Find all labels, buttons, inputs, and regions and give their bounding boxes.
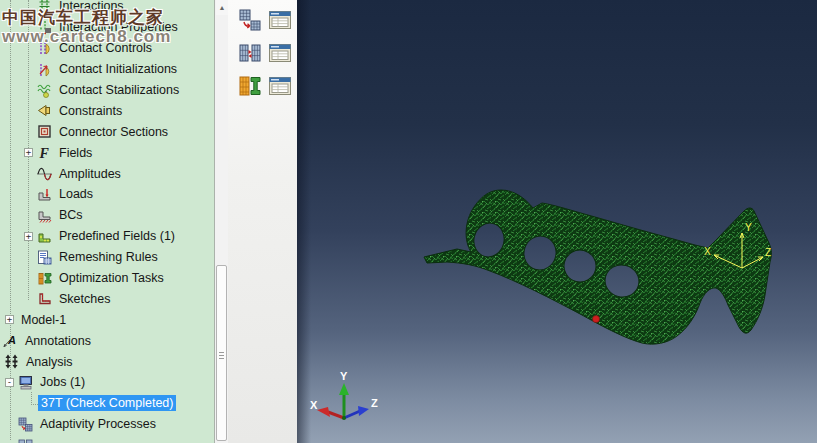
tree-item-label: Annotations — [22, 333, 94, 349]
tree-scrollbar[interactable]: ▲ — [214, 0, 228, 443]
annotations-icon: A — [3, 333, 18, 348]
tree-item-label: BCs — [56, 207, 86, 223]
loads-icon — [37, 187, 52, 202]
view-axis-z-label: Z — [371, 397, 378, 409]
tb-manager-icon — [267, 74, 293, 98]
create-co-execution-button[interactable] — [237, 40, 263, 66]
tree-item-contact-stabilizations[interactable]: Contact Stabilizations — [0, 80, 214, 101]
view-triad — [317, 383, 369, 420]
fields-icon: F — [37, 145, 52, 160]
tree-item-label: Interaction Properties — [56, 19, 181, 35]
viewport[interactable]: Y X Z Y X Z — [297, 0, 817, 443]
tree-item-label: Model-1 — [18, 312, 69, 328]
tree-item-label: Connector Sections — [56, 124, 171, 140]
tree-item-interactions[interactable]: Interactions — [0, 0, 214, 17]
contact-initializations-icon — [37, 62, 52, 77]
expand-slot: + — [24, 148, 37, 157]
co-executions-icon — [18, 438, 33, 443]
interaction-properties-icon — [37, 20, 52, 35]
optimization-process-manager-button[interactable] — [267, 73, 293, 99]
tree-item-fields[interactable]: +FFields — [0, 142, 214, 163]
tree-item-connector-sections[interactable]: Connector Sections — [0, 121, 214, 142]
scrollbar-grip — [219, 352, 224, 361]
tree-item-optimization-tasks[interactable]: Optimization Tasks — [0, 268, 214, 289]
contact-stabilizations-icon — [37, 83, 52, 98]
tree-item-sketches[interactable]: Sketches — [0, 288, 214, 309]
expand-icon[interactable]: + — [24, 232, 33, 241]
part-axis-x-label: X — [704, 246, 711, 257]
tree-item-analysis[interactable]: Analysis — [0, 351, 214, 372]
analysis-icon — [4, 354, 19, 369]
scroll-up-icon[interactable]: ▲ — [216, 0, 228, 15]
tree-item-label: Contact Stabilizations — [56, 82, 182, 98]
tree-item-label: Contact Initializations — [56, 61, 180, 77]
red-node-marker — [593, 316, 600, 323]
tree-item-contact-initializations[interactable]: Contact Initializations — [0, 59, 214, 80]
expand-slot: + — [24, 232, 37, 241]
tb-manager-icon — [267, 8, 293, 32]
tree-item-constraints[interactable]: Constraints — [0, 100, 214, 121]
model-tree-panel: InteractionsInteraction PropertiesContac… — [0, 0, 214, 443]
tb-manager-icon — [267, 41, 293, 65]
part-axis-y-label: Y — [745, 222, 752, 233]
tree-item-interaction-properties[interactable]: Interaction Properties — [0, 17, 214, 38]
create-optimization-process-button[interactable] — [237, 73, 263, 99]
jobs-icon — [18, 375, 33, 390]
tree-item-label: Sketches — [56, 291, 113, 307]
tree-item-label: Fields — [56, 145, 95, 161]
constraints-icon — [37, 103, 52, 118]
tree-item-label: Constraints — [56, 103, 125, 119]
tree-item-37t-check-completed[interactable]: 37T (Check Completed) — [0, 393, 214, 414]
tree-item-model-1[interactable]: +Model-1 — [0, 309, 214, 330]
interactions-icon — [37, 0, 52, 14]
sketches-icon — [37, 291, 52, 306]
tree-item-jobs-1[interactable]: -Jobs (1) — [0, 372, 214, 393]
job-module-toolbox — [228, 0, 297, 443]
expand-icon[interactable]: + — [24, 148, 33, 157]
tree-item-adaptivity-processes[interactable]: Adaptivity Processes — [0, 414, 214, 435]
meshed-part[interactable] — [424, 190, 771, 344]
amplitudes-icon — [37, 166, 52, 181]
contact-controls-icon — [37, 41, 52, 56]
tree-item-label: Analysis — [23, 354, 76, 370]
tree-item-annotations[interactable]: AAnnotations — [0, 330, 214, 351]
viewport-edge-shadow — [297, 0, 311, 443]
create-adaptivity-process-button[interactable] — [237, 7, 263, 33]
tree-item-predefined-fields-1[interactable]: +Predefined Fields (1) — [0, 226, 214, 247]
tree-item-label: Optimization Tasks — [56, 270, 167, 286]
tree-item-label: Loads — [56, 186, 96, 202]
tree-item-label: Interactions — [56, 0, 127, 14]
tree-item-label: Jobs (1) — [37, 374, 88, 390]
tree-item-label: Contact Controls — [56, 40, 155, 56]
model-tree: InteractionsInteraction PropertiesContac… — [0, 0, 214, 443]
tree-item-label: Adaptivity Processes — [37, 416, 159, 432]
expand-slot: + — [5, 315, 18, 324]
expand-icon[interactable]: + — [5, 315, 14, 324]
tree-item-partial[interactable] — [0, 435, 214, 443]
view-axis-y-label: Y — [340, 370, 348, 382]
predefined-fields-icon — [37, 229, 52, 244]
tree-item-label: 37T (Check Completed) — [38, 395, 176, 411]
co-execution-manager-button[interactable] — [267, 40, 293, 66]
bcs-icon — [37, 208, 52, 223]
tree-item-loads[interactable]: Loads — [0, 184, 214, 205]
tree-item-label: Predefined Fields (1) — [56, 228, 178, 244]
abaqus-cae-window: InteractionsInteraction PropertiesContac… — [0, 0, 817, 443]
tb-coexecution-icon — [237, 41, 263, 65]
tree-item-contact-controls[interactable]: Contact Controls — [0, 38, 214, 59]
view-axis-x-label: X — [310, 399, 318, 411]
svg-text:A: A — [7, 334, 16, 346]
tree-item-bcs[interactable]: BCs — [0, 205, 214, 226]
remeshing-rules-icon — [37, 250, 52, 265]
adaptivity-process-manager-button[interactable] — [267, 7, 293, 33]
tree-item-label: Remeshing Rules — [56, 249, 161, 265]
scrollbar-thumb[interactable] — [216, 265, 227, 441]
svg-text:F: F — [39, 146, 50, 161]
adaptivity-icon — [18, 417, 33, 432]
tree-item-amplitudes[interactable]: Amplitudes — [0, 163, 214, 184]
tb-adaptivity-icon — [237, 8, 263, 32]
collapse-icon[interactable]: - — [5, 378, 14, 387]
tree-item-remeshing-rules[interactable]: Remeshing Rules — [0, 247, 214, 268]
connector-sections-icon — [37, 124, 52, 139]
part-axis-z-label: Z — [765, 247, 771, 258]
